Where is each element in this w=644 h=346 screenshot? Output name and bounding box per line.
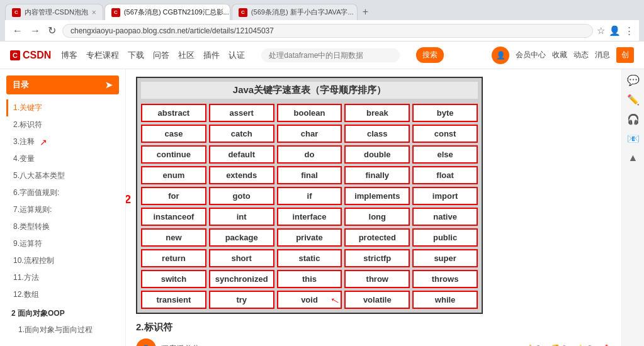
message-link[interactable]: 消息 [595,50,610,60]
keyword-cell-34: public [412,228,478,247]
csdn-header: C CSDN 博客 专栏课程 下载 问答 社区 插件 认证 搜索 👤 会员中心 … [0,42,644,69]
keyword-cell-17: final [277,166,342,184]
search-box [261,48,400,62]
sidebar: 目录 ➤ 1.关键字 2.标识符 3.注释↗ 4.变量 5.八大基本类型 6.字… [0,69,126,346]
sidebar-item-9[interactable]: 9.运算符 [6,235,119,252]
keyword-cell-13: double [344,145,410,164]
section2-area: 2.标识符 👤 程序媛 泡泡 👍 0 👎 0 ⭐ 0 [136,321,611,346]
nav-plugin[interactable]: 插件 [203,50,220,61]
sidebar-item-10[interactable]: 10.流程控制 [6,252,119,269]
user-avatar[interactable]: 👤 [492,47,509,64]
section2-heading: 2.标识符 [136,321,611,333]
keyword-cell-1: assert [209,104,274,122]
sidebar-item-12[interactable]: 12.数组 [6,286,119,303]
keyword-cell-10: continue [141,145,206,164]
keyword-cell-40: switch [141,270,206,288]
search-button[interactable]: 搜索 [416,47,444,63]
keyword-cell-0: abstract [141,104,206,122]
keyword-cell-3: break [344,104,410,122]
keyword-cell-31: package [209,228,274,247]
nav-blog[interactable]: 博客 [61,50,77,61]
nav-course[interactable]: 专栏课程 [86,50,119,61]
tab-1[interactable]: C 内容管理-CSDN泡泡 × [5,4,103,20]
java-table-title: Java关键字速查表（字母顺序排序） [141,82,478,99]
tab-2[interactable]: C (567条消息) CGBTN2109汇总影... × [105,4,230,20]
tab-label-1: 内容管理-CSDN泡泡 [25,8,88,17]
subscribe-icon[interactable]: 📧 [627,133,640,145]
sidebar-item-4[interactable]: 4.变量 [6,150,119,167]
sidebar-title: 目录 ➤ [6,75,119,94]
settings-icon[interactable]: ⋮ [624,25,634,36]
keyword-cell-44: throws [412,270,478,288]
new-tab-button[interactable]: + [359,4,372,20]
collect-link[interactable]: 收藏 [552,50,567,60]
keyword-cell-35: return [141,249,206,267]
annotation-2: 2 [126,193,131,206]
keyword-cell-37: static [277,249,342,267]
keyword-grid: abstractassertbooleanbreakbytecasecatchc… [141,104,478,309]
keyword-cell-2: boolean [277,104,342,122]
keyword-cell-12: do [277,145,342,164]
tab-favicon-3: C [239,8,247,17]
keyword-cell-33: protected [344,228,410,247]
search-input[interactable] [269,51,392,60]
keyword-cell-32: private [277,228,342,247]
csdn-logo[interactable]: C CSDN [10,50,51,61]
keyword-cell-49: while [412,291,478,309]
tab-3[interactable]: C (569条消息) 新手小白字JAVA字... × [232,4,358,20]
sidebar-item-6[interactable]: 6.字面值规则: [6,184,119,201]
sidebar-item-11[interactable]: 11.方法 [6,269,119,286]
create-button[interactable]: 创 [616,47,634,63]
author-name: 程序媛 泡泡 [161,343,201,347]
keyword-cell-20: for [141,187,206,205]
profile-icon[interactable]: 👤 [609,25,621,36]
keyword-cell-26: int [209,208,274,226]
refresh-button[interactable]: ↻ [45,23,59,38]
keyword-cell-28: long [344,208,410,226]
back-button[interactable]: ← [10,23,25,38]
vip-link[interactable]: 会员中心 [516,50,546,60]
forward-button[interactable]: → [28,23,43,38]
dynamic-link[interactable]: 动态 [573,50,589,60]
tab-favicon-2: C [111,8,120,17]
sidebar-item-oop-1[interactable]: 1.面向对象与面向过程 [6,321,119,338]
keyword-cell-30: new [141,228,206,247]
sidebar-item-5[interactable]: 5.八大基本类型 [6,167,119,184]
content-wrapper: 目录 ➤ 1.关键字 2.标识符 3.注释↗ 4.变量 5.八大基本类型 6.字… [0,69,644,346]
feedback-icon[interactable]: 💬 [627,74,640,86]
keyword-cell-14: else [412,145,478,164]
tab-label-2: (567条消息) CGBTN2109汇总影... [124,8,229,17]
author-avatar: 👤 [136,338,156,346]
sidebar-item-2[interactable]: 2.标识符 [6,116,119,133]
keyword-cell-23: implements [344,187,410,205]
keyword-cell-45: transient [141,291,206,309]
headphone-icon[interactable]: 🎧 [627,113,640,125]
nav-community[interactable]: 社区 [178,50,195,61]
nav-download[interactable]: 下载 [128,50,144,61]
sidebar-item-3[interactable]: 3.注释↗ [6,133,119,150]
address-bar[interactable] [62,24,593,38]
nav-qa[interactable]: 问答 [153,50,169,61]
keyword-cell-24: import [412,187,478,205]
up-icon[interactable]: ▲ [628,152,638,164]
keyword-cell-48: volatile [344,291,410,309]
right-panel: 💬 ✏️ 🎧 📧 ▲ [621,69,644,346]
keyword-cell-39: super [412,249,478,267]
keyword-cell-27: interface [277,208,342,226]
java-table: Java关键字速查表（字母顺序排序） abstractassertboolean… [136,77,483,314]
keyword-cell-4: byte [412,104,478,122]
sidebar-item-7[interactable]: 7.运算规则: [6,201,119,218]
nav-auth[interactable]: 认证 [229,50,245,61]
keyword-cell-42: this [277,270,342,288]
keyword-cell-15: enum [141,166,206,184]
tab-close-1[interactable]: × [92,8,96,17]
edit-icon[interactable]: ✏️ [627,94,640,106]
keyword-cell-46: try [209,291,274,309]
keyword-cell-9: const [412,125,478,143]
tab-label-3: (569条消息) 新手小白字JAVA字... [251,8,354,17]
sidebar-item-8[interactable]: 8.类型转换 [6,218,119,235]
keyword-cell-6: catch [209,125,274,143]
sidebar-item-1[interactable]: 1.关键字 [6,99,119,116]
sidebar-section-oop[interactable]: 2 面向对象OOP [6,306,119,321]
bookmark-icon[interactable]: ☆ [597,25,605,36]
